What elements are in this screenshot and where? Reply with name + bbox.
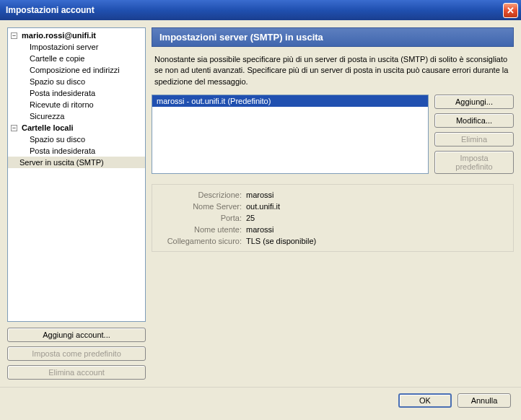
server-row: marossi - out.unifi.it (Predefinito) Agg… [152,95,514,174]
tree-label: Posta indesiderata [30,89,95,97]
detail-value: TLS (se disponibile) [246,237,316,245]
detail-label: Nome Server: [159,202,246,211]
tree-label: mario.rossi@unifi.it [22,31,96,40]
remove-server-button: Elimina [434,132,514,146]
tree-item[interactable]: Cartelle e copie [8,53,145,64]
detail-label: Porta: [159,214,246,222]
tree-label: Sicurezza [30,112,64,121]
tree-item[interactable]: Composizione ed indirizzi [8,64,145,76]
close-icon: ✕ [507,5,515,16]
window-title: Impostazioni account [6,5,503,15]
detail-value: 25 [246,214,255,222]
tree-item[interactable]: Spazio su disco [8,76,145,87]
tree-account-root[interactable]: − mario.rossi@unifi.it [8,30,145,41]
detail-value: marossi [246,191,274,199]
smtp-server-item[interactable]: marossi - out.unifi.it (Predefinito) [152,95,428,107]
titlebar: Impostazioni account ✕ [0,0,521,20]
add-account-button[interactable]: Aggiungi account... [7,328,146,342]
left-panel: − mario.rossi@unifi.it Impostazioni serv… [7,27,146,380]
tree-label: Ricevute di ritorno [30,100,94,109]
content-area: − mario.rossi@unifi.it Impostazioni serv… [0,20,521,387]
tree-label: Server in uscita (SMTP) [19,158,104,167]
server-details: Descrizione: marossi Nome Server: out.un… [152,184,514,252]
tree-label: Spazio su disco [30,135,85,144]
left-buttons: Aggiungi account... Imposta come predefi… [7,328,146,380]
detail-label: Descrizione: [159,191,246,199]
tree-label: Cartelle e copie [30,54,84,63]
tree-local-root[interactable]: − Cartelle locali [8,122,145,134]
tree-item[interactable]: Posta indesiderata [8,87,145,99]
tree-label: Impostazioni server [30,43,98,51]
tree-label: Composizione ed indirizzi [30,66,120,74]
detail-value: marossi [246,225,274,234]
section-header: Impostazioni server (SMTP) in uscita [152,27,514,47]
set-default-server-button: Imposta predefinito [434,151,514,174]
detail-row-server: Nome Server: out.unifi.it [159,201,506,212]
detail-label: Nome utente: [159,225,246,234]
smtp-server-list[interactable]: marossi - out.unifi.it (Predefinito) [152,95,429,174]
detail-row-user: Nome utente: marossi [159,224,506,235]
set-default-account-button: Imposta come predefinito [7,346,146,361]
detail-row-secure: Collegamento sicuro: TLS (se disponibile… [159,235,506,247]
cancel-button[interactable]: Annulla [457,393,511,408]
tree-item[interactable]: Spazio su disco [8,134,145,145]
detail-row-description: Descrizione: marossi [159,189,506,201]
server-buttons: Aggiungi... Modifica... Elimina Imposta … [434,95,514,174]
tree-item[interactable]: Impostazioni server [8,41,145,53]
ok-button[interactable]: OK [398,393,452,408]
right-panel: Impostazioni server (SMTP) in uscita Non… [152,27,514,380]
detail-label: Collegamento sicuro: [159,237,246,245]
add-server-button[interactable]: Aggiungi... [434,95,514,109]
tree-item[interactable]: Posta indesiderata [8,145,145,157]
tree-item[interactable]: Sicurezza [8,110,145,122]
detail-value: out.unifi.it [246,202,280,211]
detail-row-port: Porta: 25 [159,212,506,224]
edit-server-button[interactable]: Modifica... [434,113,514,128]
tree-label: Posta indesiderata [30,146,95,155]
collapse-icon[interactable]: − [11,32,17,39]
account-tree[interactable]: − mario.rossi@unifi.it Impostazioni serv… [7,27,146,322]
dialog-button-bar: OK Annulla [0,387,521,413]
tree-label: Spazio su disco [30,77,85,86]
tree-label: Cartelle locali [22,123,74,132]
tree-item-smtp[interactable]: Server in uscita (SMTP) [8,157,145,168]
tree-item[interactable]: Ricevute di ritorno [8,99,145,110]
collapse-icon[interactable]: − [11,125,17,131]
remove-account-button: Elimina account [7,365,146,380]
close-button[interactable]: ✕ [503,3,518,18]
section-description: Nonostante sia possibile specificare più… [152,47,514,95]
